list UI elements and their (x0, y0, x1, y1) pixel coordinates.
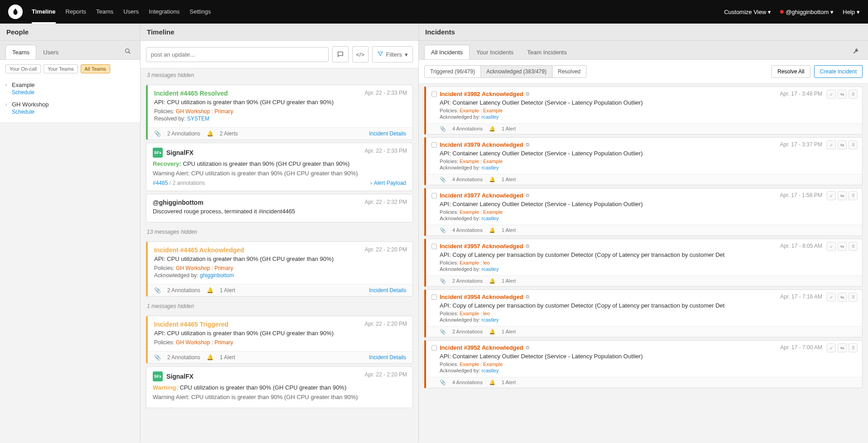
snooze-icon[interactable]: ⧖ (849, 140, 858, 149)
alert-payload-link[interactable]: Alert Payload (374, 180, 406, 186)
app-logo[interactable] (8, 5, 23, 19)
team-item[interactable]: › Example Schedule (5, 79, 135, 98)
annotations-count[interactable]: 4 Annotations (452, 227, 483, 233)
policy-link[interactable]: GH Workshop : Primary (176, 339, 233, 346)
reroute-icon[interactable]: ⇆ (838, 90, 847, 99)
incident-details-link[interactable]: Incident Details (369, 130, 406, 137)
user-link[interactable]: SYSTEM (187, 116, 209, 122)
pill-all-teams[interactable]: All Teams (81, 64, 110, 73)
wrench-icon[interactable] (849, 44, 863, 59)
incident-title[interactable]: Incident #3977 Acknowledged (440, 192, 523, 199)
resolve-icon[interactable]: ✓ (827, 191, 836, 200)
incident-checkbox[interactable] (432, 244, 437, 249)
team-item[interactable]: › GH Workshop Schedule (5, 98, 135, 118)
alerts-count[interactable]: 2 Alerts (220, 130, 238, 137)
snooze-icon[interactable]: ⧖ (849, 90, 858, 99)
resolve-icon[interactable]: ✓ (827, 343, 836, 352)
annotations-count[interactable]: 2 Annotations (452, 329, 483, 335)
incident-details-link[interactable]: Incident Details (369, 287, 406, 294)
search-icon[interactable] (121, 44, 135, 59)
external-link-icon[interactable]: ⧉ (526, 294, 529, 300)
user-link[interactable]: ghigginbottom (200, 272, 234, 279)
policy-link[interactable]: GH Workshop : Primary (176, 108, 233, 115)
reroute-icon[interactable]: ⇆ (838, 242, 847, 251)
external-link-icon[interactable]: ⧉ (526, 243, 529, 249)
reroute-icon[interactable]: ⇆ (838, 140, 847, 149)
reroute-icon[interactable]: ⇆ (838, 293, 847, 302)
incident-title[interactable]: Incident #3982 Acknowledged (440, 91, 523, 97)
resolve-icon[interactable]: ✓ (827, 242, 836, 251)
incident-title[interactable]: Incident #3979 Acknowledged (440, 141, 523, 148)
tab-team-incidents[interactable]: Team Incidents (520, 45, 573, 59)
external-link-icon[interactable]: ⧉ (526, 91, 529, 97)
filters-button[interactable]: Filters ▾ (372, 46, 413, 63)
post-update-input[interactable] (146, 47, 329, 62)
incident-checkbox[interactable] (432, 294, 437, 300)
reroute-icon[interactable]: ⇆ (838, 343, 847, 352)
policy-link[interactable]: Example : Example (460, 209, 503, 215)
policy-link[interactable]: Example : leo (460, 311, 490, 316)
alerts-count[interactable]: 1 Alert (502, 227, 516, 233)
seg-resolved[interactable]: Resolved (553, 66, 586, 77)
user-link[interactable]: rcastley (481, 317, 499, 323)
hidden-messages-note[interactable]: 3 messages hidden (141, 68, 418, 82)
snooze-icon[interactable]: ⧖ (849, 242, 858, 251)
alerts-count[interactable]: 1 Alert (220, 354, 235, 361)
alerts-count[interactable]: 1 Alert (502, 126, 516, 132)
nav-teams[interactable]: Teams (96, 8, 113, 15)
team-name[interactable]: GH Workshop (12, 101, 135, 108)
team-name[interactable]: Example (12, 82, 135, 88)
snooze-icon[interactable]: ⧖ (849, 343, 858, 352)
user-menu[interactable]: @ghigginbottom▾ (780, 9, 834, 15)
nav-integrations[interactable]: Integrations (149, 8, 179, 15)
incident-checkbox[interactable] (432, 193, 437, 198)
resolve-icon[interactable]: ✓ (827, 140, 836, 149)
incident-title[interactable]: Incident #3957 Acknowledged (440, 243, 523, 250)
incident-link[interactable]: #4465 (153, 180, 168, 186)
policy-link[interactable]: Example : Example (460, 361, 503, 367)
policy-link[interactable]: Example : Example (460, 159, 503, 164)
snooze-icon[interactable]: ⧖ (849, 293, 858, 302)
annotations-count[interactable]: 4 Annotations (452, 126, 483, 132)
snooze-icon[interactable]: ⧖ (849, 191, 858, 200)
annotations-count[interactable]: 2 Annotations (452, 278, 483, 284)
external-link-icon[interactable]: ⧉ (526, 142, 529, 148)
alerts-count[interactable]: 1 Alert (502, 380, 516, 385)
tab-users[interactable]: Users (36, 45, 65, 59)
nav-users[interactable]: Users (123, 8, 139, 15)
incident-title[interactable]: Incident #3954 Acknowledged (440, 294, 523, 300)
pill-your-oncall[interactable]: Your On-call (5, 64, 41, 73)
team-schedule-link[interactable]: Schedule (12, 109, 34, 115)
chat-button[interactable] (332, 46, 349, 63)
annotations-count[interactable]: 4 Annotations (452, 177, 483, 183)
nav-reports[interactable]: Reports (66, 8, 87, 15)
seg-acknowledged[interactable]: Acknowledged (383/479) (481, 66, 553, 77)
tab-your-incidents[interactable]: Your Incidents (470, 45, 520, 59)
tab-all-incidents[interactable]: All Incidents (424, 45, 470, 59)
resolve-icon[interactable]: ✓ (827, 90, 836, 99)
alerts-count[interactable]: 1 Alert (502, 177, 516, 183)
create-incident-button[interactable]: Create Incident (814, 65, 863, 78)
user-link[interactable]: rcastley (481, 368, 499, 373)
reroute-icon[interactable]: ⇆ (838, 191, 847, 200)
team-schedule-link[interactable]: Schedule (12, 89, 34, 96)
external-link-icon[interactable]: ⧉ (526, 345, 529, 351)
annotations-count[interactable]: 2 Annotations (167, 354, 200, 361)
hidden-messages-note[interactable]: 13 messages hidden (141, 225, 418, 239)
help-menu[interactable]: Help ▾ (843, 9, 860, 15)
hidden-messages-note[interactable]: 1 messages hidden (141, 299, 418, 313)
policy-link[interactable]: Example : leo (460, 260, 490, 265)
annotations-count[interactable]: 2 Annotations (167, 287, 200, 294)
user-link[interactable]: rcastley (481, 216, 499, 221)
user-link[interactable]: rcastley (481, 266, 499, 272)
incident-checkbox[interactable] (432, 91, 437, 97)
alerts-count[interactable]: 1 Alert (220, 287, 235, 294)
incident-details-link[interactable]: Incident Details (369, 354, 406, 361)
incident-checkbox[interactable] (432, 142, 437, 148)
user-link[interactable]: rcastley (481, 114, 499, 120)
external-link-icon[interactable]: ⧉ (526, 193, 529, 198)
tab-teams[interactable]: Teams (5, 45, 36, 59)
nav-timeline[interactable]: Timeline (32, 8, 56, 24)
resolve-all-button[interactable]: Resolve All (771, 65, 810, 78)
incident-checkbox[interactable] (432, 345, 437, 351)
